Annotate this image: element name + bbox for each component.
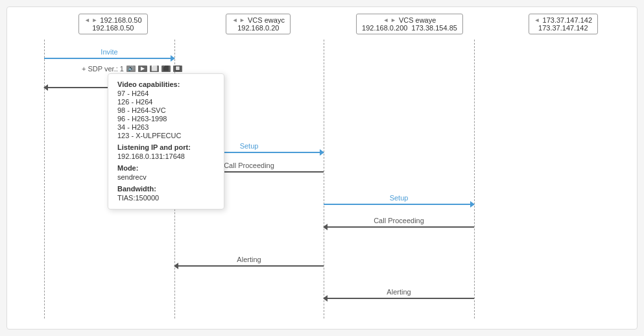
sdp-codec-6: 123 - X-ULPFECUC [117,132,215,139]
node-header-row: ◄ ► 192.168.0.50 192.168.0.50 ◄ ► VCS ew… [7,14,637,34]
sdp-codec-1: 97 - H264 [117,90,215,97]
timeline-area: 12:00:54.024 Invite + SDP ver.: 1 🔊 ▶ ⬜ … [7,40,637,318]
node-box-1: ◄ ► 192.168.0.50 192.168.0.50 [78,14,148,34]
sdp-popup: Video capabilities: 97 - H264 126 - H264… [108,73,224,210]
video-icon: ▶ [138,66,147,72]
arrowhead-alerting1 [174,263,178,269]
node1-ip: 192.168.0.50 [84,24,142,32]
node2-ip: 192.168.0.20 [232,24,285,32]
arrow-callproc2: Call Proceeding [324,226,474,228]
arrow-invite: Invite [44,58,174,59]
sdp-bw-val: TIAS:150000 [117,194,215,202]
label-invite: Invite [101,48,117,56]
label-callproc1: Call Proceeding [224,162,274,169]
sdp-bw-title: Bandwidth: [117,185,215,193]
node3-ip: 192.168.0.200 173.38.154.85 [362,24,457,32]
sdp-listen-title: Listening IP and port: [117,143,215,151]
sdp-codec-2: 126 - H264 [117,98,215,106]
label-alerting1: Alerting [237,256,261,263]
extra-icon: 🔲 [173,66,182,72]
sdp-inline: + SDP ver.: 1 🔊 ▶ ⬜ ⬛ 🔲 [82,65,182,73]
arrowhead-setup1 [320,149,324,156]
label-setup2: Setup [390,194,409,202]
label-alerting2: Alerting [387,288,411,296]
node-box-2: ◄ ► VCS ewayc 192.168.0.20 [226,14,291,34]
arrowhead-callproc2 [323,224,328,230]
screen-icon: ⬜ [150,66,159,72]
node-box-4: ◄ 173.37.147.142 173.37.147.142 [529,14,598,34]
app-icon: ⬛ [161,66,171,72]
arrow-alerting1: Alerting [174,265,324,267]
sdp-codec-5: 34 - H263 [117,123,215,131]
label-callproc2: Call Proceeding [374,217,424,224]
sdp-video-title: Video capabilities: [117,80,215,88]
node4-ip: 173.37.147.142 [534,24,592,32]
node4-arrow: ◄ [534,17,540,23]
sdp-listen-val: 192.168.0.131:17648 [117,152,215,160]
event-callproc1[interactable]: 12:00:54.740 Call Proceeding [7,160,637,184]
node3-arrow: ◄ ► [383,17,396,23]
arrowhead-trying [43,84,48,91]
arrow-setup2: Setup [324,204,474,205]
node1-arrow: ◄ ► [84,17,97,23]
sdp-codec-3: 98 - H264-SVC [117,106,215,114]
sdp-label: + SDP ver.: 1 [82,65,124,73]
node1-name: 192.168.0.50 [100,16,141,24]
node-box-3: ◄ ► VCS ewaye 192.168.0.200 173.38.154.8… [356,14,463,34]
event-alerting2[interactable]: 12:00:55.580 Alerting [7,286,637,311]
node4-name: 173.37.147.142 [543,16,592,24]
node2-arrow: ◄ ► [232,17,245,23]
sdp-codec-4: 96 - H263-1998 [117,115,215,123]
node2-name: VCS ewayc [248,16,285,24]
event-callproc2[interactable]: 12:00:55.033 Call Proceeding [7,215,637,239]
event-sdp-line[interactable]: + SDP ver.: 1 🔊 ▶ ⬜ ⬛ 🔲 [7,62,637,75]
event-setup2[interactable]: 12:00:54.894 Setup [7,192,637,217]
sequence-diagram: ◄ ► 192.168.0.50 192.168.0.50 ◄ ► VCS ew… [6,6,638,330]
sdp-mode-val: sendrecv [117,173,215,181]
sdp-mode-title: Mode: [117,164,215,172]
event-100trying[interactable]: 12:00:54.030 [7,75,637,100]
node3-name: VCS ewaye [399,16,436,24]
arrowhead-setup2 [470,201,475,208]
arrowhead-alerting2 [323,295,328,302]
audio-icon: 🔊 [126,66,136,72]
arrow-alerting2: Alerting [324,298,474,299]
label-setup1: Setup [240,142,259,150]
event-alerting1[interactable]: 12:00:55.580 Alerting [7,254,637,278]
arrowhead-invite [171,55,175,62]
